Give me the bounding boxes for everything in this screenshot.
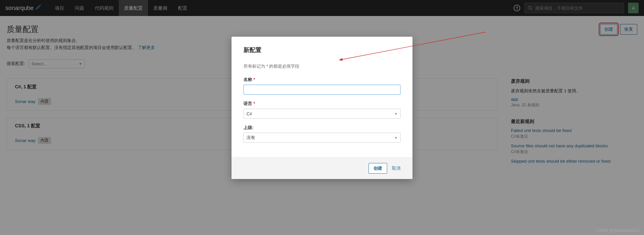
modal-footer: 创建 取消	[232, 157, 412, 179]
form-group-name: 名称 *	[243, 77, 401, 95]
form-group-language: 语言 * C# ▼	[243, 101, 401, 119]
name-label-text: 名称	[243, 77, 252, 82]
name-label: 名称 *	[243, 77, 401, 83]
watermark: CSDN @Sebastian612	[596, 228, 640, 233]
parent-label: 上级:	[243, 125, 401, 131]
modal-body: 新配置 所有标记为 * 的都是必填字段 名称 * 语言 * C# ▼ 上级: 没…	[232, 37, 412, 157]
language-label-text: 语言	[243, 101, 252, 106]
modal-cancel-link[interactable]: 取消	[392, 165, 401, 171]
note-part-b: 的都是必填字段	[268, 64, 300, 69]
note-part-a: 所有标记为	[243, 64, 266, 69]
modal-submit-button[interactable]: 创建	[369, 163, 387, 174]
parent-select[interactable]: 没有 ▼	[243, 133, 401, 143]
modal-required-note: 所有标记为 * 的都是必填字段	[243, 63, 401, 69]
name-input[interactable]	[243, 85, 401, 95]
language-label: 语言 *	[243, 101, 401, 107]
parent-value: 没有	[246, 135, 255, 141]
modal-title: 新配置	[243, 46, 401, 54]
form-group-parent: 上级: 没有 ▼	[243, 125, 401, 143]
create-profile-modal: 新配置 所有标记为 * 的都是必填字段 名称 * 语言 * C# ▼ 上级: 没…	[232, 37, 412, 179]
chevron-down-icon: ▼	[394, 112, 398, 116]
language-value: C#	[246, 111, 252, 116]
language-select[interactable]: C# ▼	[243, 109, 401, 119]
chevron-down-icon: ▼	[394, 136, 398, 140]
